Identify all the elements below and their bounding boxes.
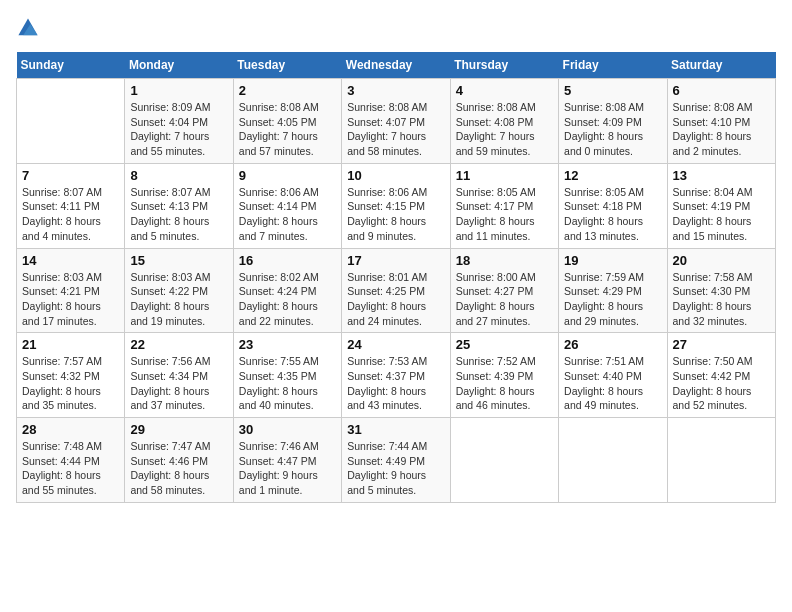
calendar-cell: 13Sunrise: 8:04 AM Sunset: 4:19 PM Dayli… [667, 163, 775, 248]
day-info: Sunrise: 8:06 AM Sunset: 4:14 PM Dayligh… [239, 185, 336, 244]
day-number: 17 [347, 253, 444, 268]
day-info: Sunrise: 8:06 AM Sunset: 4:15 PM Dayligh… [347, 185, 444, 244]
calendar-header: SundayMondayTuesdayWednesdayThursdayFrid… [17, 52, 776, 79]
day-info: Sunrise: 8:04 AM Sunset: 4:19 PM Dayligh… [673, 185, 770, 244]
calendar-cell: 18Sunrise: 8:00 AM Sunset: 4:27 PM Dayli… [450, 248, 558, 333]
day-number: 3 [347, 83, 444, 98]
calendar-cell: 8Sunrise: 8:07 AM Sunset: 4:13 PM Daylig… [125, 163, 233, 248]
day-number: 1 [130, 83, 227, 98]
week-row-1: 1Sunrise: 8:09 AM Sunset: 4:04 PM Daylig… [17, 79, 776, 164]
day-number: 18 [456, 253, 553, 268]
day-number: 24 [347, 337, 444, 352]
day-info: Sunrise: 8:08 AM Sunset: 4:05 PM Dayligh… [239, 100, 336, 159]
day-number: 26 [564, 337, 661, 352]
calendar-cell: 2Sunrise: 8:08 AM Sunset: 4:05 PM Daylig… [233, 79, 341, 164]
day-number: 28 [22, 422, 119, 437]
day-number: 29 [130, 422, 227, 437]
day-number: 19 [564, 253, 661, 268]
day-number: 27 [673, 337, 770, 352]
day-number: 4 [456, 83, 553, 98]
day-info: Sunrise: 8:08 AM Sunset: 4:10 PM Dayligh… [673, 100, 770, 159]
calendar-cell: 28Sunrise: 7:48 AM Sunset: 4:44 PM Dayli… [17, 418, 125, 503]
calendar-cell: 25Sunrise: 7:52 AM Sunset: 4:39 PM Dayli… [450, 333, 558, 418]
calendar-cell: 14Sunrise: 8:03 AM Sunset: 4:21 PM Dayli… [17, 248, 125, 333]
day-info: Sunrise: 7:50 AM Sunset: 4:42 PM Dayligh… [673, 354, 770, 413]
calendar-cell: 16Sunrise: 8:02 AM Sunset: 4:24 PM Dayli… [233, 248, 341, 333]
header-cell-sunday: Sunday [17, 52, 125, 79]
header-cell-friday: Friday [559, 52, 667, 79]
calendar-cell: 3Sunrise: 8:08 AM Sunset: 4:07 PM Daylig… [342, 79, 450, 164]
week-row-5: 28Sunrise: 7:48 AM Sunset: 4:44 PM Dayli… [17, 418, 776, 503]
header-cell-thursday: Thursday [450, 52, 558, 79]
calendar-cell [17, 79, 125, 164]
calendar-cell: 1Sunrise: 8:09 AM Sunset: 4:04 PM Daylig… [125, 79, 233, 164]
day-number: 9 [239, 168, 336, 183]
day-info: Sunrise: 7:56 AM Sunset: 4:34 PM Dayligh… [130, 354, 227, 413]
header-row: SundayMondayTuesdayWednesdayThursdayFrid… [17, 52, 776, 79]
calendar-cell: 9Sunrise: 8:06 AM Sunset: 4:14 PM Daylig… [233, 163, 341, 248]
day-info: Sunrise: 7:53 AM Sunset: 4:37 PM Dayligh… [347, 354, 444, 413]
day-number: 21 [22, 337, 119, 352]
day-number: 23 [239, 337, 336, 352]
day-info: Sunrise: 8:02 AM Sunset: 4:24 PM Dayligh… [239, 270, 336, 329]
day-number: 14 [22, 253, 119, 268]
calendar-cell [450, 418, 558, 503]
calendar-cell: 29Sunrise: 7:47 AM Sunset: 4:46 PM Dayli… [125, 418, 233, 503]
day-info: Sunrise: 8:08 AM Sunset: 4:07 PM Dayligh… [347, 100, 444, 159]
calendar-cell: 22Sunrise: 7:56 AM Sunset: 4:34 PM Dayli… [125, 333, 233, 418]
calendar-body: 1Sunrise: 8:09 AM Sunset: 4:04 PM Daylig… [17, 79, 776, 503]
day-info: Sunrise: 7:47 AM Sunset: 4:46 PM Dayligh… [130, 439, 227, 498]
header [16, 16, 776, 40]
day-info: Sunrise: 7:51 AM Sunset: 4:40 PM Dayligh… [564, 354, 661, 413]
calendar-cell: 11Sunrise: 8:05 AM Sunset: 4:17 PM Dayli… [450, 163, 558, 248]
calendar-cell: 7Sunrise: 8:07 AM Sunset: 4:11 PM Daylig… [17, 163, 125, 248]
day-number: 8 [130, 168, 227, 183]
calendar-cell: 27Sunrise: 7:50 AM Sunset: 4:42 PM Dayli… [667, 333, 775, 418]
day-info: Sunrise: 8:05 AM Sunset: 4:18 PM Dayligh… [564, 185, 661, 244]
calendar-cell: 4Sunrise: 8:08 AM Sunset: 4:08 PM Daylig… [450, 79, 558, 164]
day-number: 30 [239, 422, 336, 437]
header-cell-tuesday: Tuesday [233, 52, 341, 79]
day-info: Sunrise: 7:48 AM Sunset: 4:44 PM Dayligh… [22, 439, 119, 498]
day-info: Sunrise: 8:07 AM Sunset: 4:13 PM Dayligh… [130, 185, 227, 244]
day-info: Sunrise: 8:08 AM Sunset: 4:09 PM Dayligh… [564, 100, 661, 159]
day-number: 10 [347, 168, 444, 183]
day-number: 7 [22, 168, 119, 183]
day-info: Sunrise: 8:00 AM Sunset: 4:27 PM Dayligh… [456, 270, 553, 329]
day-info: Sunrise: 7:59 AM Sunset: 4:29 PM Dayligh… [564, 270, 661, 329]
calendar-cell: 20Sunrise: 7:58 AM Sunset: 4:30 PM Dayli… [667, 248, 775, 333]
day-number: 25 [456, 337, 553, 352]
calendar-cell: 31Sunrise: 7:44 AM Sunset: 4:49 PM Dayli… [342, 418, 450, 503]
day-number: 6 [673, 83, 770, 98]
calendar-cell: 6Sunrise: 8:08 AM Sunset: 4:10 PM Daylig… [667, 79, 775, 164]
logo-icon [16, 16, 40, 40]
day-number: 20 [673, 253, 770, 268]
day-info: Sunrise: 7:52 AM Sunset: 4:39 PM Dayligh… [456, 354, 553, 413]
day-info: Sunrise: 8:09 AM Sunset: 4:04 PM Dayligh… [130, 100, 227, 159]
calendar-cell: 23Sunrise: 7:55 AM Sunset: 4:35 PM Dayli… [233, 333, 341, 418]
logo [16, 16, 44, 40]
calendar-cell: 15Sunrise: 8:03 AM Sunset: 4:22 PM Dayli… [125, 248, 233, 333]
week-row-4: 21Sunrise: 7:57 AM Sunset: 4:32 PM Dayli… [17, 333, 776, 418]
day-info: Sunrise: 7:58 AM Sunset: 4:30 PM Dayligh… [673, 270, 770, 329]
header-cell-monday: Monday [125, 52, 233, 79]
calendar-cell: 10Sunrise: 8:06 AM Sunset: 4:15 PM Dayli… [342, 163, 450, 248]
day-number: 22 [130, 337, 227, 352]
calendar-cell: 30Sunrise: 7:46 AM Sunset: 4:47 PM Dayli… [233, 418, 341, 503]
day-number: 12 [564, 168, 661, 183]
calendar-cell: 24Sunrise: 7:53 AM Sunset: 4:37 PM Dayli… [342, 333, 450, 418]
day-info: Sunrise: 8:01 AM Sunset: 4:25 PM Dayligh… [347, 270, 444, 329]
calendar-cell: 26Sunrise: 7:51 AM Sunset: 4:40 PM Dayli… [559, 333, 667, 418]
day-info: Sunrise: 7:46 AM Sunset: 4:47 PM Dayligh… [239, 439, 336, 498]
calendar-cell [559, 418, 667, 503]
day-info: Sunrise: 8:03 AM Sunset: 4:21 PM Dayligh… [22, 270, 119, 329]
week-row-3: 14Sunrise: 8:03 AM Sunset: 4:21 PM Dayli… [17, 248, 776, 333]
day-number: 15 [130, 253, 227, 268]
calendar-cell: 5Sunrise: 8:08 AM Sunset: 4:09 PM Daylig… [559, 79, 667, 164]
week-row-2: 7Sunrise: 8:07 AM Sunset: 4:11 PM Daylig… [17, 163, 776, 248]
header-cell-saturday: Saturday [667, 52, 775, 79]
header-cell-wednesday: Wednesday [342, 52, 450, 79]
calendar-cell: 21Sunrise: 7:57 AM Sunset: 4:32 PM Dayli… [17, 333, 125, 418]
day-info: Sunrise: 8:08 AM Sunset: 4:08 PM Dayligh… [456, 100, 553, 159]
day-info: Sunrise: 8:03 AM Sunset: 4:22 PM Dayligh… [130, 270, 227, 329]
